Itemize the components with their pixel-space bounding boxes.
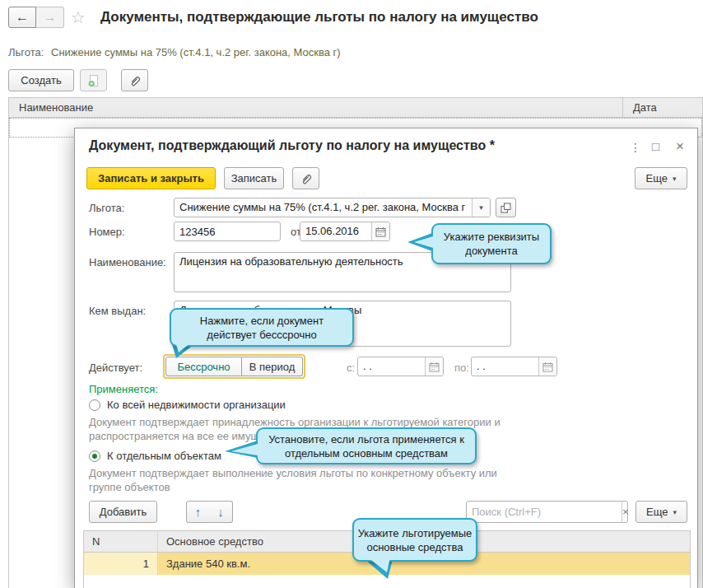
calendar-icon — [375, 226, 386, 237]
column-header-date: Дата — [623, 101, 702, 114]
tooltip-line: основные средства — [366, 540, 463, 554]
applies-label: Применяется: — [89, 383, 158, 395]
create-button[interactable]: Создать — [8, 69, 74, 91]
new-document-icon — [87, 74, 100, 87]
tooltip-tail — [175, 342, 192, 352]
app-window: ← → ☆ Документы, подтверждающие льготы п… — [0, 0, 703, 588]
radio-objects-label: К отдельным объектам — [107, 450, 221, 462]
move-down-button[interactable]: ↓ — [209, 501, 233, 523]
assets-more-button[interactable]: Еще ▾ — [635, 501, 687, 523]
chevron-down-icon: ▾ — [673, 175, 677, 183]
arrow-left-icon: ← — [16, 11, 29, 24]
period-to-label: по: — [454, 362, 469, 374]
dialog-benefit-label: Льгота: — [89, 202, 124, 214]
calendar-icon — [542, 362, 553, 372]
tooltip-assets: Укажите льготируемые основные средства — [352, 518, 477, 562]
tooltip-line: Укажите льготируемые — [358, 526, 473, 540]
period-from-input[interactable]: . . — [357, 357, 444, 376]
valid-period-button[interactable]: В период — [242, 357, 303, 376]
name-label: Наименование: — [89, 256, 166, 268]
valid-label: Действует: — [89, 362, 142, 374]
asset-row-number: 1 — [84, 553, 158, 575]
document-dialog: Документ, подтверждающий льготу по налог… — [74, 128, 698, 588]
attach-button[interactable] — [121, 69, 148, 91]
nav-forward-button[interactable]: → — [36, 7, 64, 28]
document-date-value: 15.06.2016 — [300, 222, 371, 240]
arrow-right-icon: → — [44, 11, 57, 24]
period-to-input[interactable]: . . — [471, 357, 557, 376]
dialog-attach-button[interactable] — [292, 167, 319, 189]
assets-more-label: Еще — [646, 506, 668, 518]
add-asset-button[interactable]: Добавить — [89, 501, 157, 523]
search-input[interactable] — [467, 502, 622, 522]
chevron-down-icon: ▾ — [479, 203, 483, 212]
tooltip-line: отдельным основным средствам — [285, 446, 448, 460]
radio-individual-objects[interactable]: К отдельным объектам — [89, 450, 221, 462]
dialog-close-icon[interactable]: × — [676, 139, 684, 153]
period-from-label: с: — [347, 362, 355, 374]
benefit-value: Снижение суммы на 75% (ст.4.1, ч.2 рег. … — [51, 46, 341, 58]
number-label: Номер: — [89, 226, 125, 238]
tooltip-line: документа — [465, 244, 517, 258]
save-and-close-button[interactable]: Записать и закрыть — [86, 167, 216, 189]
history-nav: ← → — [8, 7, 64, 28]
period-from-value: . . — [358, 357, 425, 376]
chevron-down-icon: ▾ — [673, 508, 677, 516]
benefit-dropdown-button[interactable]: ▾ — [472, 198, 490, 217]
issuer-label: Кем выдан: — [89, 305, 146, 317]
tooltip-tail — [414, 236, 433, 248]
tooltip-line: действует бесссрочно — [207, 328, 316, 342]
paperclip-icon — [300, 172, 313, 185]
tooltip-set-objects: Установите, если льгота применяется к от… — [256, 427, 477, 464]
favorite-star-icon[interactable]: ☆ — [71, 7, 86, 27]
create-button-label: Создать — [21, 74, 61, 86]
tooltip-requisites: Укажите реквизиты документа — [431, 223, 552, 264]
radio-all-label: Ко всей недвижимости организации — [107, 399, 286, 411]
hint-objects-line1: Документ подтверждает выполнение условия… — [89, 466, 550, 480]
asset-search: × — [466, 501, 628, 523]
move-up-button[interactable]: ↑ — [186, 501, 210, 523]
tooltip-indefinite: Нажмите, если документ действует бесссро… — [170, 308, 354, 347]
dialog-benefit-value: Снижение суммы на 75% (ст.4.1, ч.2 рег. … — [175, 198, 472, 217]
document-date-input[interactable]: 15.06.2016 — [300, 222, 390, 241]
radio-all-real-estate[interactable]: Ко всей недвижимости организации — [89, 399, 286, 411]
period-to-value: . . — [472, 357, 538, 376]
dialog-title: Документ, подтверждающий льготу по налог… — [89, 138, 495, 153]
save-label: Записать — [231, 172, 277, 184]
clear-search-icon[interactable]: × — [622, 502, 629, 522]
tooltip-tail — [231, 444, 258, 455]
save-button[interactable]: Записать — [224, 167, 284, 189]
calendar-button[interactable] — [425, 357, 443, 376]
valid-forever-label: Бессрочно — [177, 361, 230, 373]
benefit-label: Льгота: — [8, 46, 44, 58]
dialog-menu-icon[interactable]: ⋮ — [630, 142, 641, 153]
tooltip-line: Установите, если льгота применяется к — [268, 432, 464, 446]
hint-objects-line2: группе объектов — [89, 480, 550, 494]
calendar-button[interactable] — [538, 357, 556, 376]
benefit-open-button[interactable] — [496, 198, 516, 217]
open-link-icon — [500, 203, 511, 213]
dialog-benefit-input[interactable]: Снижение суммы на 75% (ст.4.1, ч.2 рег. … — [174, 198, 491, 217]
valid-forever-button[interactable]: Бессрочно — [165, 357, 242, 376]
calendar-icon — [429, 362, 440, 372]
save-and-close-label: Записать и закрыть — [98, 172, 204, 184]
valid-period-label: В период — [249, 361, 296, 373]
arrow-down-icon: ↓ — [217, 505, 224, 519]
more-label: Еще — [646, 172, 668, 184]
tooltip-line: Нажмите, если документ — [200, 314, 324, 328]
dialog-maximize-icon[interactable]: □ — [652, 140, 659, 152]
radio-circle-checked-icon — [89, 450, 100, 462]
number-input[interactable] — [174, 222, 281, 241]
dialog-more-button[interactable]: Еще ▾ — [635, 167, 687, 189]
tooltip-line: Укажите реквизиты — [444, 230, 539, 244]
column-header-n: N — [84, 531, 158, 552]
arrow-up-icon: ↑ — [195, 505, 202, 519]
page-title: Документы, подтверждающие льготы по нало… — [100, 9, 538, 26]
new-document-button[interactable] — [80, 69, 107, 91]
nav-back-button[interactable]: ← — [8, 7, 36, 28]
tooltip-tail — [368, 558, 390, 572]
documents-list-header: Наименование Дата — [8, 97, 703, 118]
calendar-button[interactable] — [371, 222, 389, 240]
radio-circle-icon — [89, 399, 100, 411]
column-header-name: Наименование — [9, 101, 622, 114]
